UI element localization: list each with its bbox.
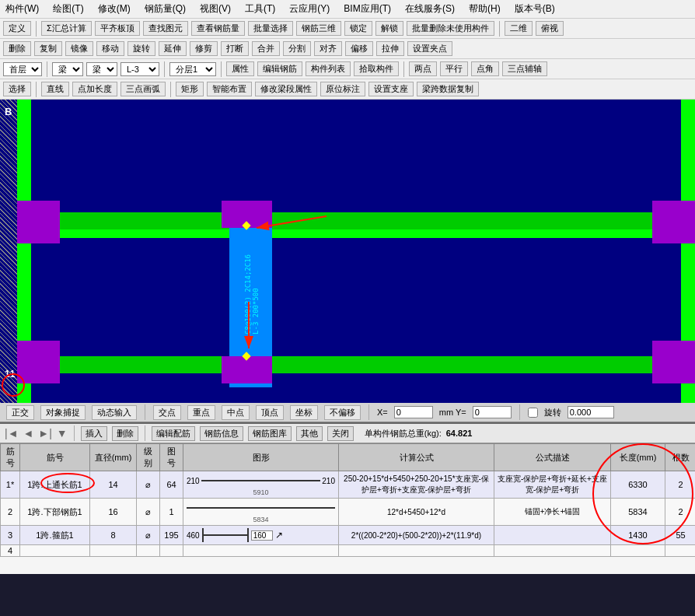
cell-formula[interactable]: 250-20+15*d+5450+250-20+15*支座宽-保护层+弯折+支座…: [339, 471, 494, 499]
menu-cloud[interactable]: 云应用(Y): [287, 2, 332, 16]
nav-prev[interactable]: ◄: [23, 427, 34, 439]
btn-stretch[interactable]: 拉伸: [376, 41, 404, 56]
btn-point-len[interactable]: 点加长度: [72, 82, 117, 96]
cell-length[interactable]: 5834: [611, 499, 665, 526]
y-input[interactable]: [473, 406, 512, 418]
cell-name[interactable]: 1跨.上通长筋1: [20, 471, 90, 499]
cell-name[interactable]: 1跨.箍筋1: [20, 526, 90, 545]
btn-select[interactable]: 选择: [3, 82, 31, 96]
btn-merge[interactable]: 合并: [252, 41, 280, 56]
btn-split[interactable]: 分割: [283, 41, 311, 56]
btn-find-elem[interactable]: 查找图元: [143, 21, 188, 36]
btn-copy[interactable]: 复制: [34, 41, 62, 56]
btn-vertex[interactable]: 顶点: [256, 405, 284, 420]
btn-lock[interactable]: 锁定: [344, 21, 372, 36]
btn-view-rebar[interactable]: 查看钢筋量: [191, 21, 245, 36]
cell-count[interactable]: 2: [665, 471, 696, 499]
btn-snap[interactable]: 对象捕捉: [40, 405, 86, 420]
btn-del-row[interactable]: 删除: [112, 426, 138, 441]
menu-version[interactable]: 版本号(B): [512, 2, 557, 16]
nav-first[interactable]: |◄: [5, 427, 19, 439]
btn-batch-select[interactable]: 批量选择: [248, 21, 293, 36]
btn-trim[interactable]: 修剪: [190, 41, 218, 56]
btn-mod-beam-seg[interactable]: 修改梁段属性: [255, 82, 317, 96]
type2-select[interactable]: 梁: [86, 62, 117, 76]
btn-parallel[interactable]: 平行: [440, 61, 468, 76]
nav-last[interactable]: ►|: [38, 427, 52, 439]
btn-edit-config[interactable]: 编辑配筋: [152, 426, 195, 441]
btn-set-grip[interactable]: 设置夹点: [407, 41, 452, 56]
btn-summary[interactable]: Σ汇总计算: [41, 21, 92, 36]
btn-angle[interactable]: 点角: [471, 61, 499, 76]
btn-insert[interactable]: 插入: [81, 426, 107, 441]
btn-3pt-arc[interactable]: 三点画弧: [120, 82, 166, 96]
type1-select[interactable]: 梁: [52, 62, 83, 76]
cell-shape[interactable]: 210 210 5910: [183, 471, 339, 499]
btn-coord[interactable]: 坐标: [290, 405, 318, 420]
btn-dynamic-input[interactable]: 动态输入: [92, 405, 137, 420]
btn-edit-rebar[interactable]: 编辑钢筋: [257, 61, 302, 76]
btn-set-support[interactable]: 设置支座: [368, 82, 414, 96]
cell-dia[interactable]: 14: [90, 471, 137, 499]
menu-online[interactable]: 在线服务(S): [403, 2, 457, 16]
menu-bim[interactable]: BIM应用(T): [341, 2, 393, 16]
btn-no-offset[interactable]: 不偏移: [324, 405, 361, 420]
rotate-input[interactable]: [568, 406, 614, 418]
menu-view[interactable]: 视图(V): [197, 2, 233, 16]
level-select[interactable]: L-3: [120, 62, 159, 76]
btn-pick-comp[interactable]: 拾取构件: [354, 61, 399, 76]
cell-count[interactable]: [665, 545, 696, 557]
floor-select[interactable]: 首层: [3, 62, 42, 76]
btn-batch-del[interactable]: 批量删除未使用构件: [407, 21, 494, 36]
cell-name[interactable]: 1跨.下部钢筋1: [20, 499, 90, 526]
cell-length[interactable]: [611, 545, 665, 557]
btn-rect[interactable]: 矩形: [176, 82, 204, 96]
btn-mirror[interactable]: 镜像: [65, 41, 93, 56]
btn-rebar-lib[interactable]: 钢筋图库: [248, 426, 292, 441]
btn-comp-list[interactable]: 构件列表: [306, 61, 351, 76]
menu-component[interactable]: 构件(W): [3, 2, 41, 16]
btn-move[interactable]: 移动: [96, 41, 124, 56]
shape-arrow-v3[interactable]: ↗: [275, 530, 283, 541]
cell-count[interactable]: 2: [665, 499, 696, 526]
btn-in-situ-label[interactable]: 原位标注: [320, 82, 365, 96]
cell-dia[interactable]: [90, 545, 137, 557]
cell-dia[interactable]: 16: [90, 499, 137, 526]
menu-tools[interactable]: 工具(T): [243, 2, 278, 16]
btn-extend[interactable]: 延伸: [159, 41, 187, 56]
btn-rebar-3d[interactable]: 钢筋三维: [296, 21, 341, 36]
cell-shape[interactable]: 460 ↗: [183, 526, 339, 545]
btn-offset[interactable]: 偏移: [345, 41, 373, 56]
menu-help[interactable]: 帮助(H): [466, 2, 503, 16]
btn-delete[interactable]: 删除: [3, 41, 31, 56]
btn-other[interactable]: 其他: [296, 426, 323, 441]
cell-length[interactable]: 1430: [611, 526, 665, 545]
btn-rotate[interactable]: 旋转: [127, 41, 155, 56]
cad-area[interactable]: B 11 12 Y L-3 200*500C8@100(2) 2C14;2C16: [0, 100, 695, 403]
shape-right-input-v3[interactable]: [251, 530, 273, 541]
btn-2d[interactable]: 二维: [505, 21, 533, 36]
btn-3pt-axis[interactable]: 三点辅轴: [502, 61, 547, 76]
layer-select[interactable]: 分层1: [169, 62, 216, 76]
btn-rebar-info[interactable]: 钢筋信息: [200, 426, 243, 441]
cell-count[interactable]: 55: [665, 526, 696, 545]
btn-smart-layout[interactable]: 智能布置: [207, 82, 252, 96]
btn-close[interactable]: 关闭: [327, 426, 354, 441]
btn-define[interactable]: 定义: [3, 21, 31, 36]
cell-formula[interactable]: [339, 545, 494, 557]
btn-unlock[interactable]: 解锁: [375, 21, 403, 36]
menu-rebar[interactable]: 钢筋量(Q): [142, 2, 188, 16]
btn-flat-top[interactable]: 平齐板顶: [95, 21, 140, 36]
btn-ortho[interactable]: 正交: [6, 405, 34, 420]
btn-align[interactable]: 对齐: [314, 41, 342, 56]
btn-line[interactable]: 直线: [41, 82, 69, 96]
cell-formula[interactable]: 12*d+5450+12*d: [339, 499, 494, 526]
cell-dia[interactable]: 8: [90, 526, 137, 545]
x-input[interactable]: [394, 406, 433, 418]
btn-two-point[interactable]: 两点: [409, 61, 437, 76]
btn-top-view[interactable]: 俯视: [536, 21, 564, 36]
btn-copy-span[interactable]: 梁跨数据复制: [417, 82, 479, 96]
btn-property[interactable]: 属性: [226, 61, 254, 76]
btn-midpoint[interactable]: 重点: [187, 405, 215, 420]
cell-length[interactable]: 6330: [611, 471, 665, 499]
